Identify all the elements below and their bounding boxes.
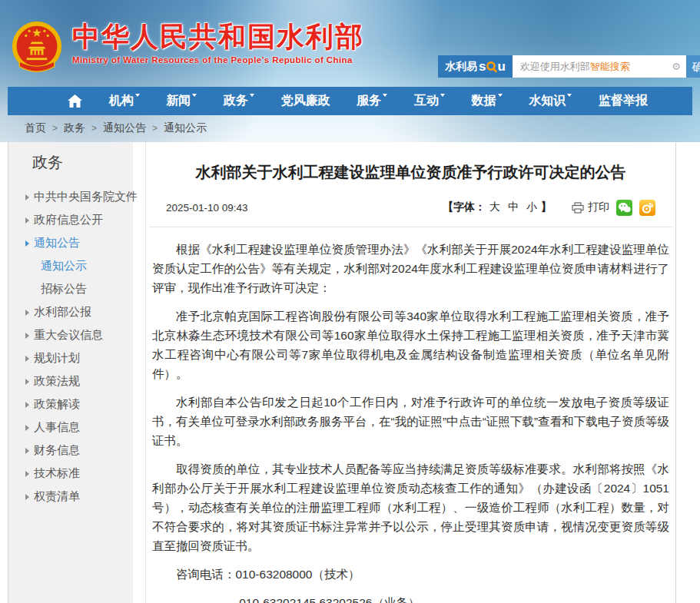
site-subtitle: Ministry of Water Resources of the Peopl…: [72, 55, 364, 65]
triangle-right-icon: [25, 194, 29, 200]
page-title: 水利部关于水利工程建设监理单位资质准予行政许可决定的公告: [177, 162, 645, 182]
font-size-label-close: 】: [541, 200, 552, 214]
paragraph: 根据《水利工程建设监理单位资质管理办法》《水利部关于开展2024年水利工程建设监…: [152, 240, 669, 297]
nav-item-govaffairs[interactable]: 政务: [224, 93, 254, 109]
contact-phone-line-2: 010-63202145 63202526（业务）: [152, 593, 669, 603]
article-body: 根据《水利工程建设监理单位资质管理办法》《水利部关于开展2024年水利工程建设监…: [146, 240, 675, 603]
divider: [149, 227, 672, 227]
chevron-down-icon: [567, 94, 572, 99]
contact-phone-line-1: 咨询电话：010-63208000（技术）: [152, 565, 669, 584]
chevron-down-icon: [250, 94, 254, 99]
nav-item-supervision-report[interactable]: 监督举报: [599, 93, 648, 109]
font-size-large-button[interactable]: 大: [489, 200, 500, 214]
breadcrumb-separator: >: [52, 123, 58, 134]
triangle-right-icon: [25, 471, 29, 477]
chevron-down-icon: [192, 94, 197, 99]
sidebar-item-central-documents[interactable]: 中共中央国务院文件: [8, 185, 133, 208]
paragraph: 水利部自本公告印发之日起10个工作日内，对准予行政许可的单位统一发放电子资质等级…: [152, 393, 669, 450]
triangle-right-icon: [25, 310, 29, 316]
search-magnifier-icon: [486, 61, 497, 73]
home-icon: [68, 94, 82, 108]
site-title: 中华人民共和国水利部: [72, 20, 364, 54]
breadcrumb-govaffairs[interactable]: 政务: [64, 121, 85, 134]
sidebar-item-plans[interactable]: 规划计划: [8, 346, 133, 369]
font-size-small-button[interactable]: 小: [526, 200, 537, 214]
triangle-right-icon: [25, 402, 29, 408]
sidebar-item-notice-publicity[interactable]: 通知公示: [8, 254, 133, 277]
triangle-right-icon: [25, 356, 29, 362]
nav-item-interaction[interactable]: 互动: [414, 93, 445, 109]
triangle-right-icon: [25, 494, 29, 500]
sidebar: 政务 中共中央国务院文件 政府信息公开 通知公告 通知公示 招标公告 水利部公报…: [8, 142, 133, 603]
sidebar-item-personnel-info[interactable]: 人事信息: [8, 416, 133, 439]
gear-icon[interactable]: ⚙: [672, 55, 681, 78]
search-bar: 水利易 s u 欢迎使用水利部智能搜索 ⚙ 确定: [438, 55, 700, 78]
breadcrumb-notices[interactable]: 通知公告: [103, 121, 146, 134]
triangle-right-icon: [25, 425, 29, 431]
chevron-down-icon: [440, 94, 445, 99]
nav-item-party-conduct[interactable]: 党风廉政: [281, 93, 330, 109]
breadcrumb-separator: >: [152, 123, 158, 134]
sidebar-item-technical-standards[interactable]: 技术标准: [8, 462, 133, 485]
triangle-right-icon: [25, 379, 29, 385]
search-placeholder-highlight: 智能搜索: [590, 61, 630, 72]
sidebar-item-info-disclosure[interactable]: 政府信息公开: [8, 208, 133, 231]
search-input[interactable]: 欢迎使用水利部智能搜索 ⚙: [513, 55, 686, 78]
sidebar-item-responsibility-list[interactable]: 权责清单: [8, 485, 133, 508]
search-brand-u: u: [497, 59, 505, 75]
sidebar-item-bidding-announcements[interactable]: 招标公告: [8, 277, 133, 300]
article-meta: 2025-01-10 09:43 【字体： 大 中 小 】 打印: [146, 197, 675, 217]
breadcrumb-home[interactable]: 首页: [25, 121, 46, 134]
weibo-share-icon[interactable]: [639, 200, 655, 216]
font-size-label-open: 【字体：: [443, 200, 486, 214]
print-button[interactable]: 打印: [572, 200, 609, 214]
article-panel: 水利部关于水利工程建设监理单位资质准予行政许可决定的公告 2025-01-10 …: [145, 142, 676, 603]
paragraph: 取得资质的单位，其专业技术人员配备等应当持续满足资质等级标准要求。水利部将按照《…: [152, 459, 669, 555]
site-brand: 中华人民共和国水利部 Ministry of Water Resources o…: [11, 20, 364, 77]
sidebar-item-gazette[interactable]: 水利部公报: [8, 300, 133, 323]
sidebar-title: 政务: [8, 152, 133, 173]
breadcrumb: 首页>政务>通知公告>通知公示: [25, 121, 207, 135]
breadcrumb-separator: >: [91, 123, 97, 134]
triangle-right-icon: [25, 240, 29, 247]
font-size-medium-button[interactable]: 中: [508, 200, 519, 214]
search-placeholder: 欢迎使用水利部: [520, 61, 590, 72]
sidebar-item-policy-interpretation[interactable]: 政策解读: [8, 393, 133, 416]
nav-item-news[interactable]: 新闻: [166, 93, 197, 109]
wechat-share-icon[interactable]: [616, 200, 632, 216]
nav-item-services[interactable]: 服务: [357, 93, 387, 109]
search-brand-prefix: 水利易: [445, 60, 477, 74]
sidebar-item-financial-info[interactable]: 财务信息: [8, 439, 133, 462]
chevron-down-icon: [135, 94, 140, 99]
chevron-down-icon: [383, 94, 387, 99]
search-brand-s: s: [479, 59, 486, 75]
paragraph: 准予北京帕克国际工程咨询股份有限公司等340家单位取得水利工程施工监理相关资质，…: [152, 306, 669, 383]
nav-home[interactable]: [68, 94, 82, 108]
printer-icon: [572, 202, 584, 214]
sidebar-item-policies-regulations[interactable]: 政策法规: [8, 369, 133, 393]
sidebar-item-major-meetings[interactable]: 重大会议信息: [8, 323, 133, 346]
search-submit-button[interactable]: 确定: [686, 55, 700, 78]
breadcrumb-current: 通知公示: [164, 121, 207, 134]
sidebar-item-notices[interactable]: 通知公告: [8, 231, 133, 254]
triangle-right-icon: [25, 217, 29, 224]
chevron-down-icon: [498, 94, 503, 99]
triangle-right-icon: [25, 333, 29, 339]
nav-item-data[interactable]: 数据: [472, 93, 503, 109]
nav-item-water-knowledge[interactable]: 水知识: [529, 93, 572, 109]
site-header: 中华人民共和国水利部 Ministry of Water Resources o…: [0, 0, 700, 142]
national-emblem-icon: [11, 20, 63, 77]
search-brand-label: 水利易 s u: [438, 55, 513, 78]
triangle-right-icon: [25, 448, 29, 454]
nav-item-orgs[interactable]: 机构: [109, 93, 140, 109]
publish-date: 2025-01-10 09:43: [166, 202, 248, 214]
main-nav: 机构 新闻 政务 党风廉政 服务 互动 数据 水知识 监督举报: [8, 87, 692, 115]
